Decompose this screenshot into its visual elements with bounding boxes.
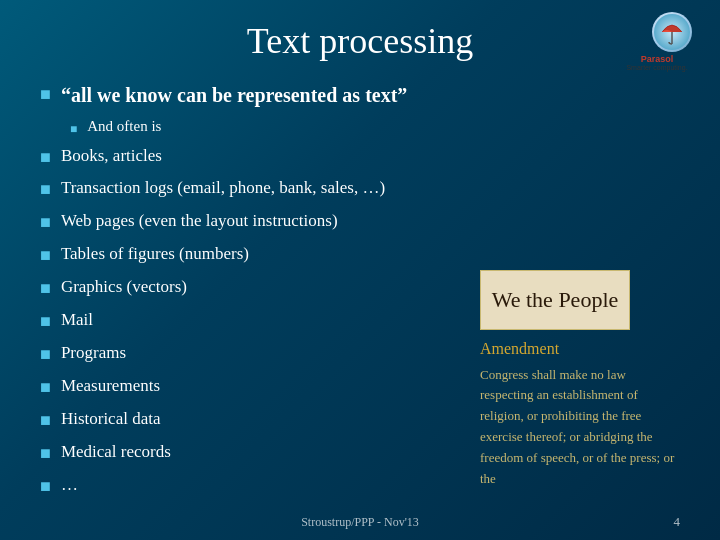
we-the-people-text: We the People [492, 287, 619, 313]
list-item: ■ Tables of figures (numbers) [40, 241, 680, 270]
bullet-text: Graphics (vectors) [61, 274, 187, 300]
bullet-marker: ■ [40, 374, 51, 402]
bullet-text: Programs [61, 340, 126, 366]
amendment-body: Congress shall make no law respecting an… [480, 365, 680, 490]
bullet-marker: ■ [40, 407, 51, 435]
page-number: 4 [674, 514, 681, 530]
bullet-marker: ■ [40, 176, 51, 204]
amendment-title: Amendment [480, 336, 680, 362]
bullet-marker: ■ [40, 275, 51, 303]
bullet-marker: ■ [40, 144, 51, 172]
bullet-marker: ■ [40, 209, 51, 237]
bullet-marker: ■ [40, 308, 51, 336]
logo-circle [652, 12, 692, 52]
slide: Parasol Smarter computing. Text processi… [0, 0, 720, 540]
slide-title: Text processing [40, 20, 680, 62]
list-item-sub: ■ And often is [70, 115, 680, 139]
bullet-text: Historical data [61, 406, 161, 432]
bullet-text: Web pages (even the layout instructions) [61, 208, 338, 234]
list-item: ■ Transaction logs (email, phone, bank, … [40, 175, 680, 204]
bullet-text: Transaction logs (email, phone, bank, sa… [61, 175, 385, 201]
bullet-marker: ■ [40, 440, 51, 468]
bullet-marker: ■ [40, 242, 51, 270]
footer-text: Stroustrup/PPP - Nov'13 [0, 515, 720, 530]
bullet-marker: ■ [40, 473, 51, 501]
bullet-text: … [61, 472, 78, 498]
we-the-people-box: We the People [480, 270, 630, 330]
sub-bullet-text: And often is [87, 115, 161, 138]
list-item: ■ “all we know can be represented as tex… [40, 80, 680, 111]
logo-name: Parasol [612, 54, 702, 64]
bullet-text: “all we know can be represented as text” [61, 80, 407, 111]
bullet-text: Medical records [61, 439, 171, 465]
bullet-text: Mail [61, 307, 93, 333]
bullet-marker: ■ [40, 81, 51, 109]
constitution-image: We the People Amendment Congress shall m… [480, 270, 680, 489]
bullet-text: Books, articles [61, 143, 162, 169]
sub-bullet-marker: ■ [70, 120, 77, 139]
logo-tagline: Smarter computing. [612, 64, 702, 71]
logo-area: Parasol Smarter computing. [612, 12, 702, 67]
list-item: ■ Web pages (even the layout instruction… [40, 208, 680, 237]
bullet-marker: ■ [40, 341, 51, 369]
list-item: ■ Books, articles [40, 143, 680, 172]
bullet-text: Tables of figures (numbers) [61, 241, 249, 267]
bullet-text: Measurements [61, 373, 160, 399]
amendment-text: Amendment Congress shall make no law res… [480, 336, 680, 489]
